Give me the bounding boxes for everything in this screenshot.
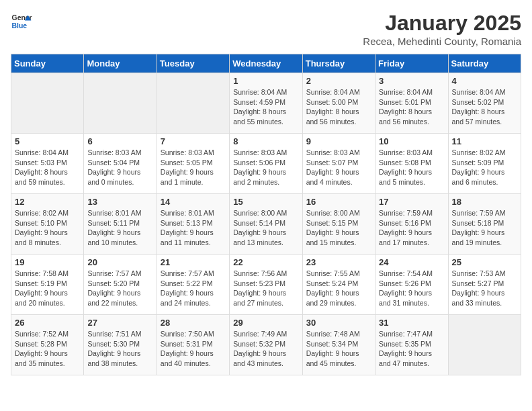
logo: General Blue <box>11 11 32 32</box>
day-number: 10 <box>379 136 444 146</box>
day-info: Sunrise: 8:04 AM Sunset: 5:01 PM Dayligh… <box>379 87 444 127</box>
day-info: Sunrise: 7:59 AM Sunset: 5:18 PM Dayligh… <box>452 208 517 248</box>
calendar-cell: 7Sunrise: 8:03 AM Sunset: 5:05 PM Daylig… <box>157 134 229 194</box>
day-info: Sunrise: 8:00 AM Sunset: 5:14 PM Dayligh… <box>233 208 298 248</box>
day-number: 31 <box>379 318 444 328</box>
day-number: 2 <box>306 76 371 86</box>
week-row-5: 26Sunrise: 7:52 AM Sunset: 5:28 PM Dayli… <box>11 315 521 375</box>
day-info: Sunrise: 7:55 AM Sunset: 5:24 PM Dayligh… <box>306 269 371 308</box>
logo-icon: General Blue <box>11 11 32 32</box>
calendar-cell: 27Sunrise: 7:51 AM Sunset: 5:30 PM Dayli… <box>84 315 157 375</box>
day-info: Sunrise: 7:54 AM Sunset: 5:26 PM Dayligh… <box>379 269 444 308</box>
calendar-cell: 17Sunrise: 7:59 AM Sunset: 5:16 PM Dayli… <box>375 194 448 255</box>
day-number: 29 <box>233 318 298 328</box>
weekday-monday: Monday <box>84 54 157 73</box>
day-number: 23 <box>306 257 371 267</box>
calendar-cell: 4Sunrise: 8:04 AM Sunset: 5:02 PM Daylig… <box>448 73 521 134</box>
calendar-cell: 31Sunrise: 7:47 AM Sunset: 5:35 PM Dayli… <box>375 315 448 375</box>
day-info: Sunrise: 8:03 AM Sunset: 5:04 PM Dayligh… <box>87 148 152 187</box>
day-number: 18 <box>452 197 517 207</box>
day-number: 7 <box>161 136 226 146</box>
day-info: Sunrise: 8:00 AM Sunset: 5:15 PM Dayligh… <box>306 208 371 248</box>
weekday-sunday: Sunday <box>11 54 84 73</box>
day-number: 3 <box>379 76 444 86</box>
calendar-cell: 20Sunrise: 7:57 AM Sunset: 5:20 PM Dayli… <box>84 255 157 315</box>
calendar-cell: 16Sunrise: 8:00 AM Sunset: 5:15 PM Dayli… <box>302 194 375 255</box>
month-title: January 2025 <box>363 11 521 36</box>
day-number: 15 <box>233 197 298 207</box>
day-number: 30 <box>306 318 371 328</box>
day-number: 26 <box>15 318 80 328</box>
calendar-cell: 30Sunrise: 7:48 AM Sunset: 5:34 PM Dayli… <box>302 315 375 375</box>
day-number: 12 <box>15 197 80 207</box>
calendar-cell: 28Sunrise: 7:50 AM Sunset: 5:31 PM Dayli… <box>157 315 229 375</box>
calendar-cell <box>448 315 521 375</box>
day-info: Sunrise: 7:59 AM Sunset: 5:16 PM Dayligh… <box>379 208 444 248</box>
day-info: Sunrise: 7:52 AM Sunset: 5:28 PM Dayligh… <box>15 329 80 369</box>
day-number: 6 <box>87 136 152 146</box>
calendar-cell <box>84 73 157 134</box>
calendar-cell: 26Sunrise: 7:52 AM Sunset: 5:28 PM Dayli… <box>11 315 84 375</box>
svg-text:Blue: Blue <box>12 22 28 30</box>
calendar-cell: 3Sunrise: 8:04 AM Sunset: 5:01 PM Daylig… <box>375 73 448 134</box>
day-info: Sunrise: 7:57 AM Sunset: 5:22 PM Dayligh… <box>161 269 226 308</box>
day-info: Sunrise: 7:56 AM Sunset: 5:23 PM Dayligh… <box>233 269 298 308</box>
day-info: Sunrise: 7:47 AM Sunset: 5:35 PM Dayligh… <box>379 329 444 369</box>
calendar-cell: 29Sunrise: 7:49 AM Sunset: 5:32 PM Dayli… <box>230 315 302 375</box>
day-number: 20 <box>87 257 152 267</box>
day-number: 5 <box>15 136 80 146</box>
day-info: Sunrise: 7:48 AM Sunset: 5:34 PM Dayligh… <box>306 329 371 369</box>
week-row-3: 12Sunrise: 8:02 AM Sunset: 5:10 PM Dayli… <box>11 194 521 255</box>
day-info: Sunrise: 8:04 AM Sunset: 5:03 PM Dayligh… <box>15 148 80 187</box>
title-block: January 2025 Recea, Mehedinti County, Ro… <box>363 11 521 47</box>
day-number: 28 <box>161 318 226 328</box>
calendar-cell: 8Sunrise: 8:03 AM Sunset: 5:06 PM Daylig… <box>230 134 302 194</box>
day-info: Sunrise: 8:03 AM Sunset: 5:06 PM Dayligh… <box>233 148 298 187</box>
day-info: Sunrise: 7:57 AM Sunset: 5:20 PM Dayligh… <box>87 269 152 308</box>
calendar-cell: 23Sunrise: 7:55 AM Sunset: 5:24 PM Dayli… <box>302 255 375 315</box>
weekday-wednesday: Wednesday <box>230 54 302 73</box>
calendar-cell: 12Sunrise: 8:02 AM Sunset: 5:10 PM Dayli… <box>11 194 84 255</box>
day-info: Sunrise: 7:53 AM Sunset: 5:27 PM Dayligh… <box>452 269 517 308</box>
calendar-cell: 6Sunrise: 8:03 AM Sunset: 5:04 PM Daylig… <box>84 134 157 194</box>
weekday-friday: Friday <box>375 54 448 73</box>
calendar-cell: 25Sunrise: 7:53 AM Sunset: 5:27 PM Dayli… <box>448 255 521 315</box>
day-number: 22 <box>233 257 298 267</box>
week-row-1: 1Sunrise: 8:04 AM Sunset: 4:59 PM Daylig… <box>11 73 521 134</box>
weekday-header-row: SundayMondayTuesdayWednesdayThursdayFrid… <box>11 54 521 73</box>
week-row-4: 19Sunrise: 7:58 AM Sunset: 5:19 PM Dayli… <box>11 255 521 315</box>
day-number: 13 <box>87 197 152 207</box>
day-number: 4 <box>452 76 517 86</box>
day-info: Sunrise: 8:01 AM Sunset: 5:13 PM Dayligh… <box>161 208 226 248</box>
page-header: General Blue January 2025 Recea, Mehedin… <box>11 11 521 47</box>
day-number: 24 <box>379 257 444 267</box>
calendar-cell <box>11 73 84 134</box>
day-info: Sunrise: 7:51 AM Sunset: 5:30 PM Dayligh… <box>87 329 152 369</box>
calendar-cell: 14Sunrise: 8:01 AM Sunset: 5:13 PM Dayli… <box>157 194 229 255</box>
calendar-cell: 24Sunrise: 7:54 AM Sunset: 5:26 PM Dayli… <box>375 255 448 315</box>
day-info: Sunrise: 8:04 AM Sunset: 4:59 PM Dayligh… <box>233 87 298 127</box>
calendar-cell: 15Sunrise: 8:00 AM Sunset: 5:14 PM Dayli… <box>230 194 302 255</box>
calendar-cell: 9Sunrise: 8:03 AM Sunset: 5:07 PM Daylig… <box>302 134 375 194</box>
weekday-tuesday: Tuesday <box>157 54 229 73</box>
day-info: Sunrise: 8:04 AM Sunset: 5:00 PM Dayligh… <box>306 87 371 127</box>
day-number: 16 <box>306 197 371 207</box>
day-info: Sunrise: 7:50 AM Sunset: 5:31 PM Dayligh… <box>161 329 226 369</box>
calendar-cell: 5Sunrise: 8:04 AM Sunset: 5:03 PM Daylig… <box>11 134 84 194</box>
calendar-cell: 18Sunrise: 7:59 AM Sunset: 5:18 PM Dayli… <box>448 194 521 255</box>
calendar-cell: 2Sunrise: 8:04 AM Sunset: 5:00 PM Daylig… <box>302 73 375 134</box>
day-number: 17 <box>379 197 444 207</box>
calendar-cell: 22Sunrise: 7:56 AM Sunset: 5:23 PM Dayli… <box>230 255 302 315</box>
week-row-2: 5Sunrise: 8:04 AM Sunset: 5:03 PM Daylig… <box>11 134 521 194</box>
day-number: 19 <box>15 257 80 267</box>
day-number: 25 <box>452 257 517 267</box>
day-number: 14 <box>161 197 226 207</box>
day-info: Sunrise: 8:04 AM Sunset: 5:02 PM Dayligh… <box>452 87 517 127</box>
day-info: Sunrise: 8:03 AM Sunset: 5:05 PM Dayligh… <box>161 148 226 187</box>
calendar-table: SundayMondayTuesdayWednesdayThursdayFrid… <box>11 54 521 375</box>
day-number: 21 <box>161 257 226 267</box>
weekday-saturday: Saturday <box>448 54 521 73</box>
calendar-cell <box>157 73 229 134</box>
day-info: Sunrise: 8:01 AM Sunset: 5:11 PM Dayligh… <box>87 208 152 248</box>
day-number: 1 <box>233 76 298 86</box>
